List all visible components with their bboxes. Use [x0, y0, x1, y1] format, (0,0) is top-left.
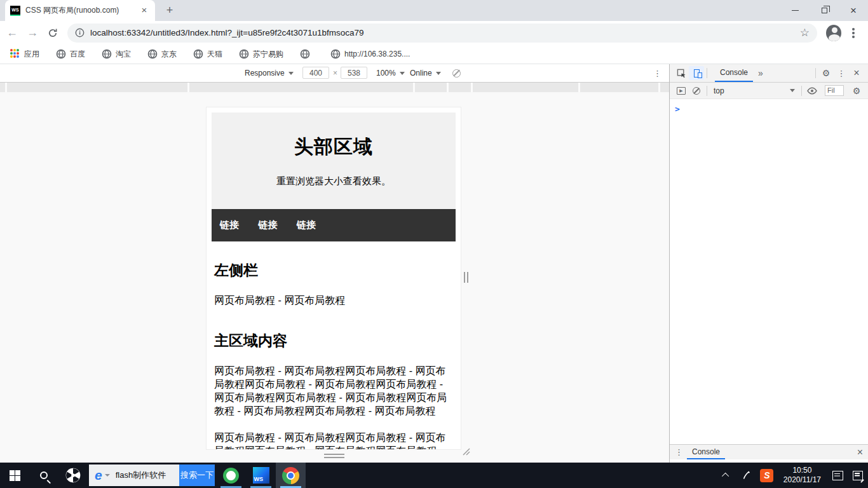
page-header-title: 头部区域 — [222, 134, 445, 160]
frame-context-value: top — [714, 86, 724, 95]
clear-console-icon[interactable] — [689, 84, 704, 98]
profile-avatar[interactable] — [826, 25, 841, 41]
drawer-tab-console[interactable]: Console — [692, 445, 720, 459]
more-tabs-icon[interactable]: » — [758, 68, 763, 78]
viewport-resize-handle-right[interactable] — [464, 272, 468, 283]
clock-date: 2020/11/17 — [783, 475, 821, 485]
device-width-input[interactable]: 400 — [302, 67, 329, 79]
tray-sogou-input[interactable]: S — [757, 463, 777, 488]
devtools-close-icon[interactable]: × — [849, 66, 864, 80]
forward-button[interactable]: → — [24, 24, 41, 42]
console-prompt[interactable]: > — [675, 104, 680, 114]
devtools-menu-icon[interactable]: ⋮ — [834, 66, 849, 80]
minimize-icon — [792, 10, 799, 11]
device-toolbar-menu-icon[interactable]: ⋮ — [653, 64, 661, 82]
drawer-close-icon[interactable]: × — [857, 447, 863, 458]
bookmark-label: 天猫 — [207, 49, 222, 60]
chevron-down-icon — [790, 89, 795, 92]
restore-button[interactable] — [810, 0, 839, 21]
back-button[interactable]: ← — [4, 24, 20, 42]
taskbar-app-green-browser[interactable] — [216, 463, 246, 488]
bookmark-apps[interactable]: 应用 — [6, 47, 43, 62]
live-expression-eye-icon[interactable] — [804, 84, 820, 98]
bookmark-label: 京东 — [161, 49, 177, 60]
toggle-device-toolbar-icon[interactable] — [689, 66, 704, 80]
bookmark-item[interactable]: 天猫 — [189, 47, 226, 62]
webstorm-favicon-icon: WS — [10, 6, 20, 16]
main-paragraph: 网页布局教程 - 网页布局教程网页布局教程 - 网页布局教程网页布局教程 - 网… — [214, 364, 453, 417]
device-viewport: 头部区域 重置浏览器大小查看效果。 链接 链接 链接 左侧栏 网页布局教程 - … — [207, 107, 461, 449]
frame-context-select[interactable]: top — [710, 86, 799, 95]
taskbar-app-chrome[interactable] — [276, 463, 306, 488]
browser-content: Responsive 400 × 538 100% Online ⋮ — [0, 64, 868, 463]
bookmark-item[interactable] — [296, 47, 318, 61]
throttling-select[interactable]: Online — [410, 64, 441, 82]
system-tray: S 10:50 2020/11/17 — [716, 463, 868, 488]
reload-button[interactable] — [44, 24, 61, 42]
device-height-input[interactable]: 538 — [341, 67, 367, 79]
browser-menu-icon[interactable] — [852, 32, 855, 34]
inspect-element-icon[interactable] — [674, 66, 689, 80]
console-settings-icon[interactable]: ⚙ — [849, 84, 864, 98]
close-window-button[interactable]: × — [839, 0, 868, 21]
zoom-value: 100% — [376, 69, 396, 78]
bookmark-star-icon[interactable]: ☆ — [800, 26, 810, 39]
chevron-down-icon — [288, 72, 294, 75]
console-sidebar-icon[interactable]: ▶ — [674, 84, 689, 98]
minimize-button[interactable] — [780, 0, 810, 21]
chevron-down-icon[interactable] — [105, 474, 110, 477]
main-paragraph: 网页布局教程 - 网页布局教程网页布局教程 - 网页布局教程网页布局教程 - 网… — [214, 431, 453, 449]
pen-icon — [742, 470, 752, 480]
taskbar-search-button[interactable] — [29, 463, 58, 488]
bookmark-item[interactable]: 淘宝 — [98, 47, 135, 62]
bookmark-label: 应用 — [24, 49, 39, 60]
tray-show-hidden-icons[interactable] — [716, 463, 736, 488]
new-tab-button[interactable]: + — [161, 3, 178, 18]
apps-grid-icon — [10, 49, 20, 59]
nav-link[interactable]: 链接 — [212, 209, 247, 241]
device-mode-canvas: 头部区域 重置浏览器大小查看效果。 链接 链接 链接 左侧栏 网页布局教程 - … — [0, 92, 669, 463]
globe-icon — [147, 49, 158, 59]
tray-touch-keyboard[interactable] — [827, 463, 848, 488]
device-type-value: Responsive — [245, 69, 285, 78]
nav-link[interactable]: 链接 — [288, 209, 324, 241]
bookmark-item[interactable]: 百度 — [52, 47, 89, 62]
search-go-button[interactable]: 搜索一下 — [179, 464, 215, 486]
bookmark-item[interactable]: http://106.38.235.... — [327, 47, 414, 61]
devtools-tab-console[interactable]: Console — [720, 64, 748, 82]
info-icon[interactable] — [75, 28, 85, 37]
viewport-resize-handle-bottom[interactable] — [324, 454, 344, 460]
page-header-subtitle: 重置浏览器大小查看效果。 — [222, 175, 445, 187]
bookmark-item[interactable]: 苏宁易购 — [235, 47, 287, 62]
start-button[interactable] — [0, 463, 29, 488]
browser-tab[interactable]: WS CSS 网页布局(runoob.com) × — [5, 0, 155, 21]
green-browser-icon — [223, 468, 239, 484]
chevron-down-icon — [436, 72, 441, 75]
address-bar[interactable]: localhost:63342/untitled3/Index.html?_ij… — [67, 24, 817, 43]
zoom-select[interactable]: 100% — [376, 64, 405, 82]
rotate-button[interactable] — [452, 64, 461, 82]
url-text[interactable]: localhost:63342/untitled3/Index.html?_ij… — [90, 28, 363, 37]
viewport-resize-handle-corner[interactable] — [461, 447, 471, 456]
bookmark-item[interactable]: 京东 — [144, 47, 180, 62]
taskbar-search-widget[interactable]: e flash制作软件 搜索一下 — [89, 464, 215, 486]
clock-time: 10:50 — [783, 466, 821, 475]
taskbar-pinwheel-app[interactable] — [58, 463, 88, 488]
device-type-select[interactable]: Responsive — [245, 64, 294, 82]
devtools-main-toolbar: Console » ⚙ ⋮ × — [670, 64, 868, 83]
tray-clock[interactable]: 10:50 2020/11/17 — [777, 466, 827, 485]
tray-ink-workspace[interactable] — [736, 463, 757, 488]
pinwheel-icon — [65, 467, 81, 484]
devtools-settings-icon[interactable]: ⚙ — [818, 66, 834, 80]
nav-link[interactable]: 链接 — [250, 209, 285, 241]
tab-close-icon[interactable]: × — [139, 5, 150, 17]
console-output[interactable]: > — [670, 99, 868, 444]
rotate-disabled-icon — [452, 69, 461, 78]
drawer-menu-icon[interactable]: ⋮ — [675, 447, 683, 457]
taskbar-app-webstorm[interactable]: WS — [246, 463, 276, 488]
browser-titlebar: WS CSS 网页布局(runoob.com) × + × — [0, 0, 868, 21]
console-filter-input[interactable]: Fil — [825, 85, 844, 96]
tray-action-center[interactable] — [848, 463, 868, 488]
bookmark-label: 苏宁易购 — [253, 49, 283, 60]
search-query-text[interactable]: flash制作软件 — [116, 470, 179, 481]
